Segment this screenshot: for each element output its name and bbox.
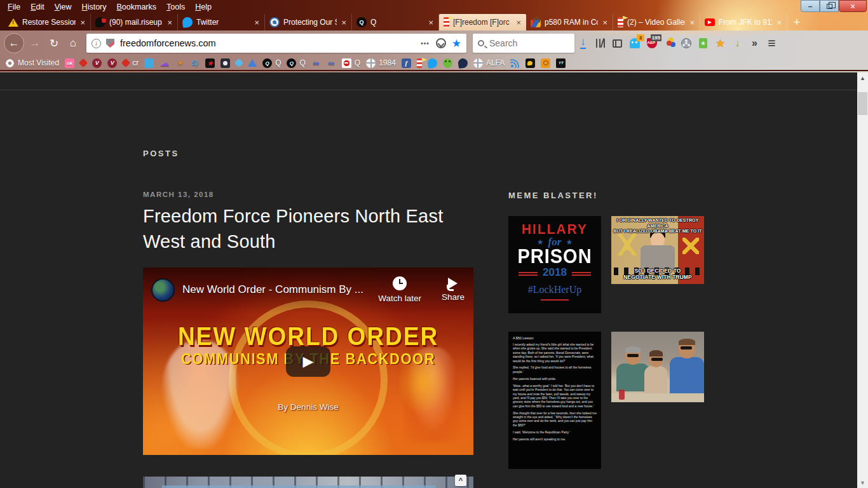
tab-close-icon[interactable]: ×	[254, 18, 260, 27]
minimize-button[interactable]: –	[801, 0, 820, 12]
tab-close-icon[interactable]: ×	[166, 18, 173, 27]
bookmark-1984[interactable]: 1984	[366, 58, 396, 68]
back-button[interactable]: ←	[4, 33, 24, 53]
menu-bookmarks[interactable]: Bookmarks	[112, 1, 162, 13]
menu-view[interactable]: View	[50, 1, 77, 13]
extension-balls-button[interactable]	[660, 34, 677, 53]
home-button[interactable]: ⌂	[64, 34, 83, 53]
tab-close-icon[interactable]: ×	[776, 18, 782, 27]
menu-file[interactable]: File	[3, 1, 25, 13]
bookmark-gem[interactable]	[236, 60, 242, 66]
menu-history[interactable]: History	[77, 1, 112, 13]
scrollbar-up-arrow[interactable]: ▲	[857, 72, 868, 83]
bookmark-cr[interactable]: cr	[123, 58, 139, 67]
sidebar-toggle-button[interactable]	[609, 34, 626, 53]
scrollbar-thumb[interactable]	[858, 92, 867, 115]
bookmark-yt-mp4[interactable]: YT	[556, 58, 566, 68]
scroll-top-button[interactable]: ^	[455, 475, 466, 486]
bookmark-facebook[interactable]: f	[402, 58, 411, 68]
bookmark-liberty[interactable]	[144, 58, 154, 68]
bookmark-infinity1[interactable]: ∞	[311, 58, 321, 68]
bookmark-stop-q[interactable]: Q	[342, 58, 360, 68]
bookmark-v-circle[interactable]: V	[92, 58, 102, 68]
bookmark-frog[interactable]	[443, 58, 452, 68]
reload-button[interactable]: ↻	[44, 34, 64, 53]
bookmark-manager-button[interactable]: ★	[695, 34, 712, 53]
bookmark-s-paren[interactable]: S)	[190, 58, 200, 68]
youtube-icon: ▶	[705, 18, 715, 26]
share-button[interactable]: Share	[442, 276, 465, 303]
search-bar[interactable]	[473, 34, 574, 53]
bookmark-most-visited[interactable]: Most Visited	[5, 58, 59, 68]
close-window-button[interactable]: ×	[839, 0, 867, 12]
tab-restore-session[interactable]: Restore Session ×	[4, 14, 91, 30]
bookmark-orange-camera[interactable]	[541, 58, 550, 68]
tab-video-gallery[interactable]: (2) – Video Galler ×	[613, 14, 700, 30]
bookmark-twitter[interactable]	[428, 58, 437, 68]
tab-close-icon[interactable]: ×	[515, 18, 522, 27]
bookmark-dark-bird[interactable]	[458, 58, 468, 68]
bookmark-cloud[interactable]: ☁	[159, 58, 169, 68]
video-downloader-button[interactable]	[677, 34, 695, 53]
bookmark-maple-leaf[interactable]	[80, 60, 86, 66]
ghostery-extension-button[interactable]: 3	[626, 34, 643, 53]
pocket-icon[interactable]	[436, 38, 446, 48]
channel-avatar[interactable]	[151, 278, 175, 302]
bookmark-rss[interactable]	[510, 58, 520, 68]
tab-close-icon[interactable]: ×	[689, 18, 695, 27]
bookmark-triangle[interactable]	[248, 59, 257, 67]
star-addon-button[interactable]: ★	[712, 34, 729, 53]
bookmark-camera[interactable]	[220, 58, 230, 68]
new-tab-button[interactable]: +	[787, 14, 806, 30]
youtube-embed-player[interactable]: NEW WORLD ORDER COMMUNISM BY THE BACKDOO…	[143, 268, 473, 455]
play-button[interactable]: ▶	[286, 346, 330, 377]
green-down-arrow-icon: ↓	[735, 37, 740, 49]
tab-p580-ram[interactable]: p580 RAM in Con ×	[526, 14, 613, 30]
bookmark-sun[interactable]: ☀	[175, 58, 184, 68]
twitter-bird-icon	[427, 58, 438, 69]
downthemall-button[interactable]: ↓	[729, 34, 746, 53]
bookmark-yellow-bird[interactable]	[526, 58, 535, 68]
menu-tools[interactable]: Tools	[161, 1, 190, 13]
page-actions-icon[interactable]: •••	[421, 40, 430, 47]
bookmark-q1[interactable]: QQ	[262, 58, 281, 68]
tab-riseup-mail[interactable]: (90) mail.riseup.n ×	[91, 14, 178, 30]
bookmark-red-star[interactable]: ★	[205, 58, 215, 68]
tab-close-icon[interactable]: ×	[79, 18, 86, 27]
bookmark-alfa[interactable]: ALFA	[473, 58, 505, 68]
tracking-protection-disabled-icon[interactable]	[106, 39, 114, 48]
page-content: POSTS MARCH 13, 2018 Freedom Force Pione…	[0, 72, 857, 488]
menu-help[interactable]: Help	[190, 1, 217, 13]
bookmark-v-circle[interactable]: V	[107, 58, 117, 68]
bookmark-infinity2[interactable]: ∞	[327, 58, 336, 68]
post-title-link[interactable]: Freedom Force Pioneers North East West a…	[143, 203, 473, 254]
scrollbar-down-arrow[interactable]: ▼	[857, 477, 868, 488]
downloads-button[interactable]: ↓	[574, 34, 592, 53]
tab-close-icon[interactable]: ×	[602, 18, 608, 27]
video-title-link[interactable]: New World Order - Communism By ...	[182, 283, 363, 296]
tab-q[interactable]: Q Q ×	[352, 14, 439, 30]
tab-freedom-force-active[interactable]: [F]reedom [F]orc ×	[439, 14, 526, 30]
tab-jfk-to-911[interactable]: ▶ From JFK to 911 ×	[700, 14, 787, 30]
tab-protecting-our[interactable]: Protecting Our S ×	[265, 14, 352, 30]
red-rule	[519, 272, 538, 273]
adblock-extension-button[interactable]: 195	[643, 34, 660, 53]
tab-close-icon[interactable]: ×	[428, 18, 434, 27]
menu-edit[interactable]: Edit	[25, 1, 50, 13]
page-info-icon[interactable]: i	[92, 39, 101, 48]
forward-button[interactable]: →	[25, 34, 44, 53]
url-bar[interactable]: i ••• ★	[86, 34, 466, 53]
toolbar-overflow-button[interactable]: »	[746, 34, 763, 53]
restore-button[interactable]	[820, 0, 839, 12]
tab-close-icon[interactable]: ×	[341, 18, 347, 27]
bookmark-ok[interactable]: ok	[65, 58, 74, 68]
tab-twitter[interactable]: Twitter ×	[178, 14, 265, 30]
app-menu-button[interactable]: ≡	[763, 34, 780, 53]
bookmark-q2[interactable]: QQ	[287, 58, 305, 68]
bookmark-lighthouse[interactable]	[417, 58, 422, 68]
watch-later-button[interactable]: Watch later	[378, 276, 421, 303]
page-scrollbar[interactable]: ▲ ▼	[857, 72, 868, 488]
url-input[interactable]	[120, 38, 421, 48]
library-button[interactable]	[592, 34, 609, 53]
bookmark-star-icon[interactable]: ★	[452, 37, 461, 50]
